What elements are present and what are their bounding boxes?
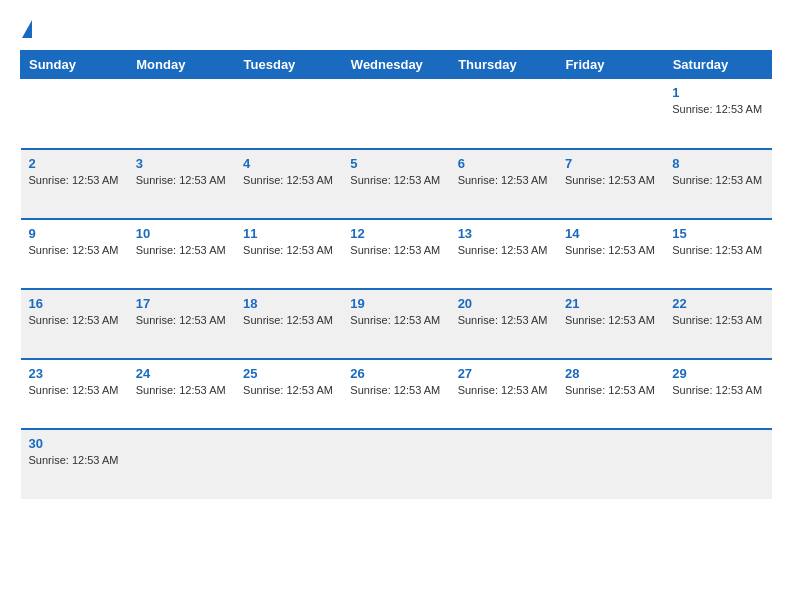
sunrise-text: Sunrise: 12:53 AM (243, 174, 334, 186)
calendar-cell (450, 79, 557, 149)
calendar-cell (235, 79, 342, 149)
calendar-cell: 27Sunrise: 12:53 AM (450, 359, 557, 429)
day-number: 2 (29, 156, 120, 171)
calendar-cell: 25Sunrise: 12:53 AM (235, 359, 342, 429)
sunrise-text: Sunrise: 12:53 AM (136, 384, 227, 396)
calendar-cell: 7Sunrise: 12:53 AM (557, 149, 664, 219)
day-number: 1 (672, 85, 763, 100)
sunrise-text: Sunrise: 12:53 AM (458, 244, 549, 256)
sunrise-text: Sunrise: 12:53 AM (565, 384, 656, 396)
calendar-cell: 9Sunrise: 12:53 AM (21, 219, 128, 289)
calendar-cell: 4Sunrise: 12:53 AM (235, 149, 342, 219)
logo (20, 20, 32, 40)
day-number: 14 (565, 226, 656, 241)
calendar-cell: 15Sunrise: 12:53 AM (664, 219, 771, 289)
day-number: 4 (243, 156, 334, 171)
calendar-cell: 28Sunrise: 12:53 AM (557, 359, 664, 429)
sunrise-text: Sunrise: 12:53 AM (672, 314, 763, 326)
sunrise-text: Sunrise: 12:53 AM (350, 384, 441, 396)
sunrise-text: Sunrise: 12:53 AM (243, 384, 334, 396)
day-number: 7 (565, 156, 656, 171)
logo-triangle-icon (22, 20, 32, 38)
sunrise-text: Sunrise: 12:53 AM (565, 244, 656, 256)
calendar-cell: 8Sunrise: 12:53 AM (664, 149, 771, 219)
day-number: 6 (458, 156, 549, 171)
day-number: 18 (243, 296, 334, 311)
day-number: 20 (458, 296, 549, 311)
column-header-monday: Monday (128, 51, 235, 79)
calendar-cell (128, 429, 235, 499)
calendar-cell: 29Sunrise: 12:53 AM (664, 359, 771, 429)
day-number: 15 (672, 226, 763, 241)
calendar-cell: 12Sunrise: 12:53 AM (342, 219, 449, 289)
sunrise-text: Sunrise: 12:53 AM (350, 244, 441, 256)
sunrise-text: Sunrise: 12:53 AM (672, 244, 763, 256)
column-header-thursday: Thursday (450, 51, 557, 79)
calendar-week-row: 1Sunrise: 12:53 AM (21, 79, 772, 149)
day-number: 11 (243, 226, 334, 241)
sunrise-text: Sunrise: 12:53 AM (29, 174, 120, 186)
day-number: 21 (565, 296, 656, 311)
calendar-cell (342, 79, 449, 149)
day-number: 29 (672, 366, 763, 381)
calendar-cell (664, 429, 771, 499)
sunrise-text: Sunrise: 12:53 AM (243, 314, 334, 326)
calendar-cell: 16Sunrise: 12:53 AM (21, 289, 128, 359)
calendar-cell (557, 429, 664, 499)
day-number: 8 (672, 156, 763, 171)
sunrise-text: Sunrise: 12:53 AM (458, 314, 549, 326)
calendar-cell (342, 429, 449, 499)
calendar-cell: 20Sunrise: 12:53 AM (450, 289, 557, 359)
day-number: 13 (458, 226, 549, 241)
column-header-friday: Friday (557, 51, 664, 79)
calendar-cell: 26Sunrise: 12:53 AM (342, 359, 449, 429)
sunrise-text: Sunrise: 12:53 AM (458, 174, 549, 186)
calendar-week-row: 2Sunrise: 12:53 AM3Sunrise: 12:53 AM4Sun… (21, 149, 772, 219)
calendar-cell: 11Sunrise: 12:53 AM (235, 219, 342, 289)
sunrise-text: Sunrise: 12:53 AM (136, 314, 227, 326)
calendar-cell (235, 429, 342, 499)
day-number: 27 (458, 366, 549, 381)
calendar-week-row: 30Sunrise: 12:53 AM (21, 429, 772, 499)
sunrise-text: Sunrise: 12:53 AM (350, 314, 441, 326)
day-number: 10 (136, 226, 227, 241)
day-number: 12 (350, 226, 441, 241)
calendar-cell: 30Sunrise: 12:53 AM (21, 429, 128, 499)
day-number: 16 (29, 296, 120, 311)
column-header-saturday: Saturday (664, 51, 771, 79)
sunrise-text: Sunrise: 12:53 AM (243, 244, 334, 256)
calendar-cell: 23Sunrise: 12:53 AM (21, 359, 128, 429)
calendar-cell: 19Sunrise: 12:53 AM (342, 289, 449, 359)
calendar-table: SundayMondayTuesdayWednesdayThursdayFrid… (20, 50, 772, 499)
sunrise-text: Sunrise: 12:53 AM (458, 384, 549, 396)
calendar-cell: 22Sunrise: 12:53 AM (664, 289, 771, 359)
calendar-cell: 10Sunrise: 12:53 AM (128, 219, 235, 289)
sunrise-text: Sunrise: 12:53 AM (565, 174, 656, 186)
day-number: 23 (29, 366, 120, 381)
sunrise-text: Sunrise: 12:53 AM (565, 314, 656, 326)
column-header-tuesday: Tuesday (235, 51, 342, 79)
day-number: 9 (29, 226, 120, 241)
sunrise-text: Sunrise: 12:53 AM (136, 174, 227, 186)
day-number: 30 (29, 436, 120, 451)
day-number: 24 (136, 366, 227, 381)
calendar-cell (21, 79, 128, 149)
sunrise-text: Sunrise: 12:53 AM (29, 244, 120, 256)
day-number: 3 (136, 156, 227, 171)
calendar-cell: 24Sunrise: 12:53 AM (128, 359, 235, 429)
sunrise-text: Sunrise: 12:53 AM (672, 174, 763, 186)
column-header-wednesday: Wednesday (342, 51, 449, 79)
calendar-week-row: 23Sunrise: 12:53 AM24Sunrise: 12:53 AM25… (21, 359, 772, 429)
sunrise-text: Sunrise: 12:53 AM (29, 314, 120, 326)
calendar-cell: 2Sunrise: 12:53 AM (21, 149, 128, 219)
day-number: 26 (350, 366, 441, 381)
day-number: 22 (672, 296, 763, 311)
sunrise-text: Sunrise: 12:53 AM (672, 103, 763, 115)
calendar-cell: 14Sunrise: 12:53 AM (557, 219, 664, 289)
day-number: 19 (350, 296, 441, 311)
sunrise-text: Sunrise: 12:53 AM (136, 244, 227, 256)
column-header-sunday: Sunday (21, 51, 128, 79)
page-header (20, 20, 772, 40)
calendar-cell: 5Sunrise: 12:53 AM (342, 149, 449, 219)
calendar-cell: 18Sunrise: 12:53 AM (235, 289, 342, 359)
